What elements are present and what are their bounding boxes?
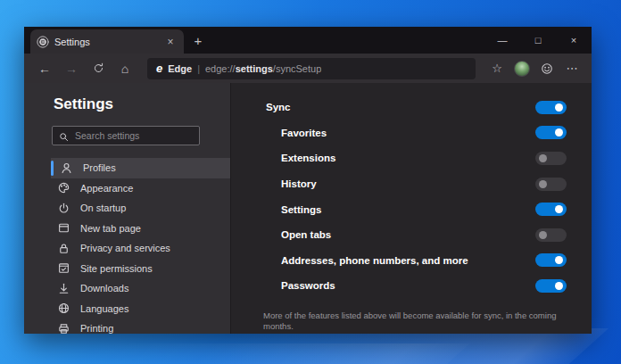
permissions-icon: [57, 261, 70, 275]
window-controls: — □ ×: [484, 27, 592, 54]
settings-page: Settings Profiles: [24, 83, 592, 334]
edge-logo-icon: e: [156, 62, 162, 75]
sync-master-row: Sync: [231, 95, 592, 120]
download-icon: [57, 282, 70, 295]
sync-toggle[interactable]: [535, 101, 567, 114]
minimize-button[interactable]: —: [484, 27, 520, 54]
edge-brand-label: Edge: [168, 63, 192, 74]
refresh-button[interactable]: [87, 57, 110, 80]
sidebar-item-appearance[interactable]: Appearance: [24, 178, 230, 199]
power-icon: [57, 202, 70, 215]
palette-icon: [57, 181, 70, 194]
avatar-image: [514, 61, 530, 77]
back-button[interactable]: ←: [33, 57, 56, 80]
favorite-star-icon[interactable]: ☆: [486, 58, 508, 79]
tab-settings[interactable]: Settings ×: [30, 29, 184, 54]
tab-title: Settings: [54, 37, 158, 47]
page-title: Settings: [24, 95, 230, 126]
tab-close-icon[interactable]: ×: [163, 35, 178, 49]
new-tab-icon: [57, 221, 70, 235]
addresses-toggle[interactable]: [535, 253, 567, 267]
maximize-button[interactable]: □: [520, 27, 556, 54]
navigation-toolbar: ← → ⌂ e Edge | edge://settings/syncSetup…: [24, 54, 592, 83]
printer-icon: [57, 322, 70, 334]
history-toggle[interactable]: [535, 178, 567, 191]
forward-button[interactable]: →: [60, 57, 83, 80]
favorites-row: Favorites: [231, 120, 592, 146]
open-tabs-row: Open tabs: [231, 222, 592, 248]
sidebar-item-site-permissions[interactable]: Site permissions: [24, 259, 230, 279]
sidebar-item-profiles[interactable]: Profiles: [51, 158, 230, 178]
globe-icon: [57, 302, 70, 315]
sync-settings-panel: Sync Favorites Extensions History Settin…: [231, 83, 592, 334]
home-button[interactable]: ⌂: [113, 57, 137, 80]
profile-avatar[interactable]: [511, 58, 533, 79]
favorites-toggle[interactable]: [535, 126, 567, 139]
address-separator: |: [197, 63, 200, 74]
sidebar-item-downloads[interactable]: Downloads: [24, 278, 230, 299]
browser-window: Settings × + — □ × ← → ⌂ e Edge | edge:/…: [24, 27, 592, 334]
history-row: History: [231, 171, 592, 197]
search-input[interactable]: [75, 130, 194, 141]
sync-label: Sync: [266, 102, 535, 112]
search-box[interactable]: [52, 126, 200, 145]
sidebar-item-languages[interactable]: Languages: [24, 299, 230, 319]
passwords-toggle[interactable]: [535, 279, 567, 293]
sidebar-item-privacy-and-services[interactable]: Privacy and services: [24, 238, 230, 259]
wallpaper-light-beam: [195, 328, 609, 364]
sidebar-item-new-tab-page[interactable]: New tab page: [24, 219, 230, 239]
settings-toggle[interactable]: [535, 203, 567, 216]
gear-icon: [37, 36, 49, 48]
sync-availability-note: More of the features listed above will b…: [231, 310, 592, 334]
sidebar-item-printing[interactable]: Printing: [24, 318, 230, 334]
new-tab-button[interactable]: +: [187, 30, 209, 52]
selected-accent-bar: [51, 161, 54, 176]
person-icon: [60, 161, 73, 175]
settings-row: Settings: [231, 196, 592, 222]
extensions-toggle[interactable]: [535, 152, 567, 165]
extensions-row: Extensions: [231, 145, 592, 171]
more-menu-icon[interactable]: ⋯: [561, 58, 583, 79]
feedback-smiley-icon[interactable]: [536, 58, 558, 79]
wallpaper-light-beam: [65, 343, 469, 364]
search-icon: [58, 130, 70, 142]
close-button[interactable]: ×: [556, 27, 592, 54]
passwords-row: Passwords: [231, 273, 592, 299]
address-bar[interactable]: e Edge | edge://settings/syncSetup: [147, 58, 476, 79]
lock-icon: [57, 242, 70, 255]
sidebar-nav: Profiles Appearance On startup: [24, 158, 230, 334]
addresses-row: Addresses, phone numbers, and more: [231, 248, 592, 274]
settings-sidebar: Settings Profiles: [24, 83, 231, 334]
url-text: edge://settings/syncSetup: [205, 63, 321, 74]
title-bar: Settings × + — □ ×: [24, 27, 592, 54]
open-tabs-toggle[interactable]: [535, 228, 567, 242]
sidebar-item-on-startup[interactable]: On startup: [24, 198, 230, 219]
